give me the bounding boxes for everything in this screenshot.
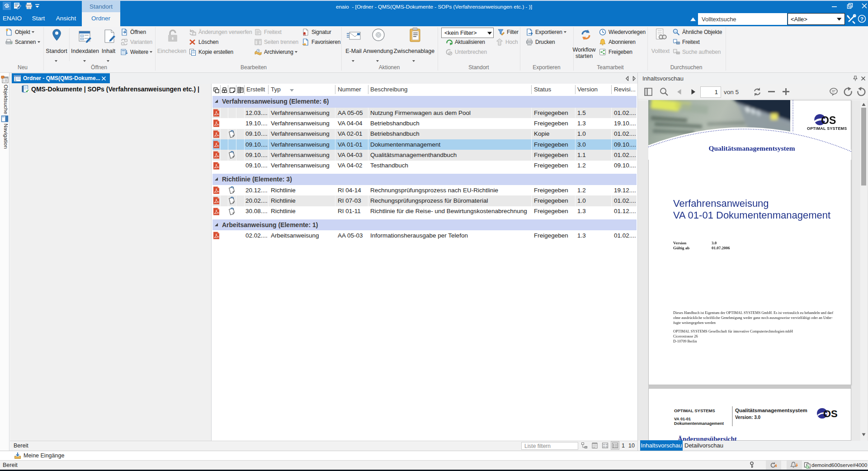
svg-text:Verfahrensanweisung: Verfahrensanweisung (673, 198, 769, 209)
svg-text:OS: OS (821, 114, 836, 126)
svg-text:Version: Version (673, 241, 686, 245)
svg-text:01.07.2006: 01.07.2006 (712, 246, 730, 250)
svg-text:Dokumentenmanagement: Dokumentenmanagement (674, 421, 724, 426)
svg-text:OPTIMAL SYSTEMS: OPTIMAL SYSTEMS (674, 408, 715, 413)
svg-text:VA 01-01 Dokumentenmanagement: VA 01-01 Dokumentenmanagement (673, 209, 830, 221)
svg-text:Dieses Handbuch ist Eigentum d: Dieses Handbuch ist Eigentum der OPTIMAL… (673, 311, 834, 315)
svg-text:?: ? (860, 16, 863, 22)
svg-text:fugte weitergegeben werden: fugte weitergegeben werden (673, 321, 716, 325)
svg-text:ohne ausdrückliche schriftlich: ohne ausdrückliche schriftliche Genehmig… (673, 316, 833, 320)
svg-text:VA 01-01: VA 01-01 (674, 417, 691, 421)
svg-text:3.0: 3.0 (712, 241, 717, 245)
svg-text:Qualitätsmanagementsystem: Qualitätsmanagementsystem (708, 144, 795, 152)
svg-text:OPTIMAL SYSTEMS: OPTIMAL SYSTEMS (807, 126, 847, 131)
svg-text:Qualitätsmanagementsystem: Qualitätsmanagementsystem (735, 408, 807, 413)
svg-text:OPTIMAL SYSTEMS Gesellschaft f: OPTIMAL SYSTEMS Gesellschaft für innovat… (673, 329, 793, 333)
svg-text:Version: 3.0: Version: 3.0 (735, 415, 761, 420)
svg-text:OS: OS (823, 408, 838, 419)
svg-text:Gültig ab: Gültig ab (673, 246, 689, 250)
svg-text:D-10709 Berlin: D-10709 Berlin (673, 339, 697, 343)
svg-text:Cicerostrasse 26: Cicerostrasse 26 (673, 334, 698, 338)
